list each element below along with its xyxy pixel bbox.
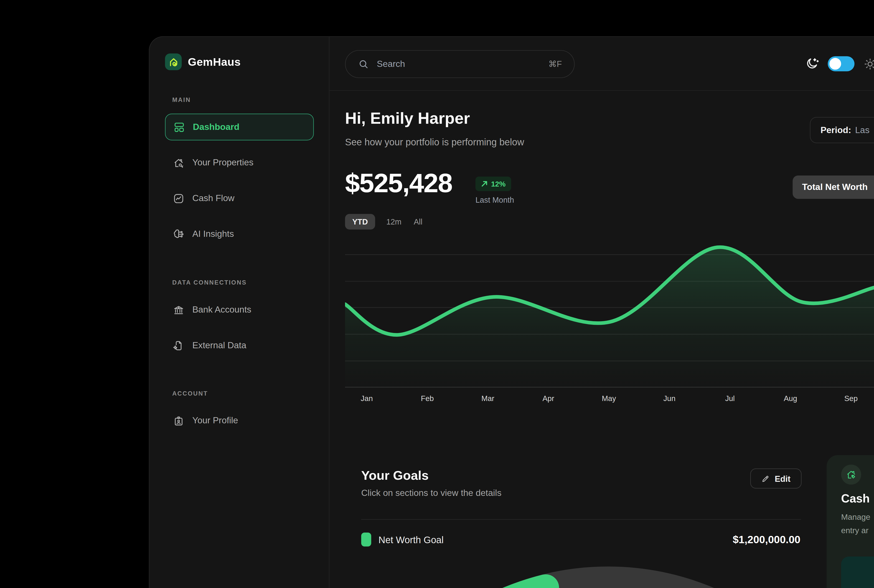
edit-button-label: Edit — [775, 474, 790, 483]
top-bar: ⌘F — [329, 37, 874, 91]
goals-title: Your Goals — [361, 468, 429, 483]
sidebar-item-label: Your Profile — [193, 416, 238, 426]
search-box[interactable]: ⌘F — [345, 50, 575, 78]
goals-divider — [361, 519, 801, 519]
theme-toggle[interactable] — [828, 56, 854, 71]
sidebar-item-dashboard[interactable]: Dashboard — [165, 114, 314, 141]
donut-track — [349, 580, 867, 588]
sidebar-item-bank-accounts[interactable]: Bank Accounts — [165, 296, 314, 323]
side-card-action-button[interactable] — [841, 556, 874, 588]
sidebar-item-ai-insights[interactable]: AI Insights — [165, 220, 314, 248]
tab-12m[interactable]: 12m — [385, 214, 402, 230]
sidebar-item-your-profile[interactable]: Your Profile — [165, 407, 314, 434]
brain-circuit-icon — [173, 228, 184, 240]
x-axis-label: Jul — [725, 394, 735, 403]
moon-icon — [804, 57, 819, 71]
side-card-text: entry ar — [841, 526, 868, 535]
sidebar-item-cash-flow[interactable]: Cash Flow — [165, 185, 314, 212]
tab-ytd[interactable]: YTD — [345, 214, 375, 230]
side-card-text: Manage — [841, 513, 870, 521]
dashboard-icon — [173, 121, 185, 133]
brand: GemHaus — [165, 54, 241, 70]
search-input[interactable] — [377, 59, 541, 69]
period-selector[interactable]: Period: Las — [810, 117, 874, 143]
x-axis-labels: JanFebMarAprMayJunJulAugSep — [345, 394, 874, 406]
nav-section-label: DATA CONNECTIONS — [172, 279, 247, 286]
main-content: ⌘F Hi, Emily Ha — [329, 37, 874, 588]
sidebar-item-label: Bank Accounts — [193, 305, 251, 315]
x-axis-label: Jan — [361, 394, 373, 403]
sidebar-item-your-properties[interactable]: Your Properties — [165, 149, 314, 176]
x-axis-label: Apr — [543, 394, 554, 403]
theme-toggle-knob — [829, 58, 841, 70]
side-card-title: Cash — [841, 492, 870, 505]
theme-controls — [804, 37, 874, 91]
sun-icon — [863, 57, 874, 70]
sidebar: GemHaus MAIN Dashboard Your Proper — [149, 37, 329, 588]
goals-subtitle: Click on sections to view the details — [361, 488, 501, 498]
page-subtitle: See how your portfolio is performing bel… — [345, 137, 524, 148]
range-tabs: YTD 12m All — [345, 214, 424, 230]
net-worth-amount: $525,428 — [345, 168, 452, 198]
page-title: Hi, Emily Harper — [345, 109, 470, 128]
x-axis-label: Jun — [663, 394, 675, 403]
house-tag-icon — [841, 465, 861, 484]
nav-section-label: MAIN — [172, 96, 191, 103]
sidebar-item-label: External Data — [193, 340, 246, 350]
chart-area-fill — [345, 247, 874, 390]
x-axis-label: Feb — [421, 394, 434, 403]
change-percent: 12% — [491, 180, 506, 188]
change-badge: 12% — [475, 177, 511, 191]
nav-section-label: ACCOUNT — [172, 390, 208, 396]
change-caption: Last Month — [475, 196, 514, 204]
document-sparkle-icon — [173, 340, 184, 351]
screen: GemHaus MAIN Dashboard Your Proper — [0, 0, 874, 588]
goals-donut-chart[interactable] — [345, 535, 874, 588]
metric-chip: Total Net Worth — [793, 176, 874, 199]
x-axis-label: Aug — [784, 394, 797, 403]
x-axis-label: Sep — [844, 394, 857, 403]
trend-up-icon — [481, 180, 487, 187]
tab-all[interactable]: All — [413, 214, 424, 230]
cash-flow-side-card: Cash Manage entry ar — [827, 455, 874, 588]
x-axis-label: Mar — [481, 394, 494, 403]
sidebar-item-label: Cash Flow — [193, 194, 235, 203]
sidebar-item-label: AI Insights — [193, 229, 234, 239]
period-label: Period: — [820, 125, 851, 135]
period-value: Las — [855, 125, 869, 135]
search-shortcut: ⌘F — [548, 59, 562, 69]
edit-goals-button[interactable]: Edit — [750, 469, 802, 489]
gemhaus-logo-icon — [165, 54, 182, 70]
net-worth-line-chart[interactable] — [345, 240, 874, 390]
sidebar-item-label: Your Properties — [193, 158, 254, 168]
id-card-icon — [173, 415, 184, 426]
search-icon — [358, 58, 369, 70]
app-window: GemHaus MAIN Dashboard Your Proper — [149, 36, 874, 588]
trend-chart-icon — [173, 192, 184, 204]
brand-name: GemHaus — [188, 56, 241, 68]
x-axis-label: May — [602, 394, 616, 403]
sidebar-item-label: Dashboard — [193, 122, 239, 132]
sidebar-item-external-data[interactable]: External Data — [165, 332, 314, 359]
bank-icon — [173, 304, 184, 315]
pencil-icon — [761, 474, 770, 483]
house-key-icon — [173, 157, 184, 168]
